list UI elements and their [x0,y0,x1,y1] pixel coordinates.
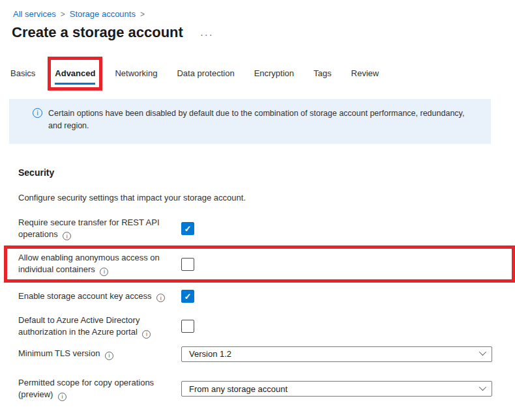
dropdown-selected-value: Version 1.2 [189,349,231,359]
info-banner: i Certain options have been disabled by … [9,99,491,144]
setting-label: Default to Azure Active Directory author… [18,315,181,339]
setting-label: Enable storage account key access i [18,290,181,303]
breadcrumb-separator: > [140,10,145,19]
info-icon[interactable]: i [142,330,151,339]
setting-label-text: Enable storage account key access [18,291,152,301]
secure-transfer-checkbox[interactable] [181,222,194,235]
info-icon[interactable]: i [58,393,66,401]
setting-row-aad-authorization: Default to Azure Active Directory author… [18,315,515,339]
tab-bar: Basics Advanced Networking Data protecti… [10,64,515,85]
tab-basics[interactable]: Basics [10,64,35,85]
setting-row-tls-version: Minimum TLS version i Version 1.2 [18,346,515,362]
section-heading-security: Security [18,167,515,178]
info-banner-text: Certain options have been disabled by de… [48,107,473,133]
page-title: Create a storage account [12,24,183,41]
setting-row-anonymous-access: Allow enabling anonymous access on indiv… [4,245,515,283]
setting-label-text: Allow enabling anonymous access on indiv… [18,253,160,274]
dropdown-selected-value: From any storage account [189,384,287,394]
info-icon[interactable]: i [105,352,113,360]
tab-advanced[interactable]: Advanced [55,64,95,85]
tab-label: Data protection [177,68,234,78]
tab-networking[interactable]: Networking [115,64,157,85]
setting-label: Permitted scope for copy operations (pre… [18,377,181,401]
setting-label-text: Require secure transfer for REST API ope… [18,217,160,239]
setting-label: Minimum TLS version i [18,348,181,360]
breadcrumb: All services>Storage accounts> [0,0,515,19]
chevron-down-icon [479,384,486,391]
info-icon[interactable]: i [100,268,108,276]
setting-label-text: Minimum TLS version [18,348,100,358]
info-icon[interactable]: i [63,232,71,240]
section-description: Configure security settings that impact … [18,193,515,203]
tab-review[interactable]: Review [351,64,379,85]
setting-label: Allow enabling anonymous access on indiv… [18,252,181,276]
setting-row-secure-transfer: Require secure transfer for REST API ope… [18,217,515,241]
breadcrumb-separator: > [61,10,65,19]
key-access-checkbox[interactable] [181,290,194,303]
setting-label-text: Permitted scope for copy operations (pre… [18,378,154,399]
tab-label: Advanced [55,68,95,78]
tab-tags[interactable]: Tags [314,64,331,85]
tls-version-dropdown[interactable]: Version 1.2 [181,346,492,362]
tab-data-protection[interactable]: Data protection [177,64,234,85]
tab-label: Basics [10,68,35,78]
security-settings-list: Require secure transfer for REST API ope… [18,217,515,401]
copy-scope-dropdown[interactable]: From any storage account [181,381,492,397]
tab-label: Review [351,68,379,78]
aad-authorization-checkbox[interactable] [181,320,194,333]
more-options-button[interactable]: ··· [200,27,214,39]
setting-label-text: Default to Azure Active Directory author… [18,315,140,337]
tab-label: Networking [115,68,157,78]
breadcrumb-link-all-services[interactable]: All services [13,9,56,19]
setting-row-key-access: Enable storage account key access i [18,290,515,303]
tab-encryption[interactable]: Encryption [254,64,294,85]
chevron-down-icon [479,348,486,356]
tab-label: Encryption [254,68,294,78]
setting-label: Require secure transfer for REST API ope… [18,217,181,241]
tab-label: Tags [314,68,331,78]
breadcrumb-link-storage-accounts[interactable]: Storage accounts [70,9,136,19]
setting-row-copy-scope: Permitted scope for copy operations (pre… [18,377,515,401]
info-icon[interactable]: i [156,294,165,302]
info-icon: i [33,108,42,118]
anonymous-access-checkbox[interactable] [181,258,194,271]
